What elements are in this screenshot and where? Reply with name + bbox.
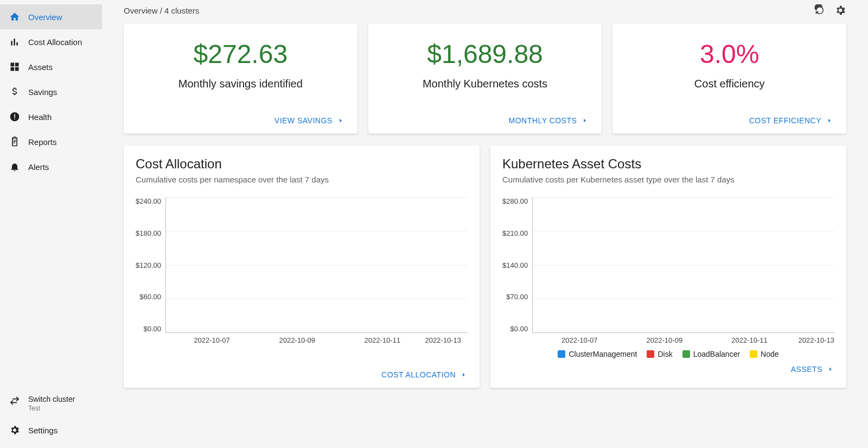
sidebar-item-label: Settings [28,426,58,435]
y-tick: $180.00 [136,229,161,237]
chevron-right-icon [581,117,589,124]
svg-rect-1 [14,39,15,46]
main-content: Overview / 4 clusters $272.63 Monthly sa… [102,0,868,448]
metric-value: $272.63 [137,39,344,69]
sidebar-item-label: Reports [28,137,57,147]
chart-asset-costs: $280.00$210.00$140.00$70.00$0.00 2022-10… [502,197,834,358]
svg-rect-2 [16,42,18,46]
metric-card-savings: $272.63 Monthly savings identified VIEW … [124,24,358,134]
sidebar-item-reports[interactable]: Reports [0,129,102,154]
legend-label: Node [761,350,778,358]
sidebar-item-overview[interactable]: Overview [0,4,102,29]
svg-rect-6 [14,140,16,141]
card-link-label: COST EFFICIENCY [749,116,821,125]
legend-label: ClusterManagement [569,350,637,358]
metric-card-cost-efficiency: 3.0% Cost efficiency COST EFFICIENCY [612,24,846,134]
x-tick: 2022-10-11 [340,336,425,344]
refresh-icon[interactable] [814,4,826,16]
card-link-label: ASSETS [791,365,822,374]
chart-bars [533,197,834,332]
sidebar: Overview Cost Allocation Assets Savings [0,0,102,448]
panel-asset-costs: Kubernetes Asset Costs Cumulative costs … [490,146,846,388]
legend-item: Disk [647,350,672,358]
legend-item: Node [750,350,778,358]
gear-icon [9,424,21,436]
panel-title: Kubernetes Asset Costs [502,156,834,172]
sidebar-item-label: Cost Allocation [28,37,82,47]
chart-x-axis: 2022-10-072022-10-092022-10-112022-10-13 [537,336,834,344]
sidebar-item-label: Savings [28,87,57,97]
y-tick: $240.00 [136,197,161,205]
panel-subtitle: Cumulative costs per Kubernetes asset ty… [502,175,834,184]
x-tick: 2022-10-11 [707,336,792,344]
legend-swatch [682,350,690,358]
gear-icon[interactable] [834,4,846,16]
sidebar-item-label: Alerts [28,162,49,172]
sidebar-switch-text: Switch cluster Test [28,395,75,412]
y-tick: $210.00 [502,229,528,237]
view-savings-link[interactable]: VIEW SAVINGS [137,110,344,125]
y-tick: $140.00 [502,261,528,269]
legend-label: Disk [658,350,672,358]
chart-plot [532,197,834,333]
x-tick: 2022-10-13 [792,336,834,344]
sidebar-item-label: Overview [28,12,62,22]
metric-card-kubernetes-costs: $1,689.88 Monthly Kubernetes costs MONTH… [368,24,602,134]
x-tick: 2022-10-13 [425,336,468,344]
sidebar-item-savings[interactable]: Savings [0,79,102,104]
legend-item: LoadBalancer [682,350,740,358]
clipboard-icon [9,136,21,148]
metric-value: $1,689.88 [381,39,589,69]
legend-swatch [750,350,757,358]
svg-rect-8 [14,143,15,143]
chart-y-axis: $240.00$180.00$120.00$60.00$0.00 [136,197,165,333]
x-tick: 2022-10-07 [537,336,622,344]
sidebar-item-health[interactable]: Health [0,104,102,129]
chevron-right-icon [826,117,833,124]
svg-rect-4 [14,114,15,118]
sidebar-switch-cluster[interactable]: Switch cluster Test [0,389,102,418]
x-tick: 2022-10-09 [254,336,340,344]
monthly-costs-link[interactable]: MONTHLY COSTS [381,110,589,125]
legend-swatch [647,350,654,358]
metric-label: Cost efficiency [626,78,833,90]
chart-bars [166,197,468,332]
svg-rect-5 [14,118,15,119]
panel-cost-allocation: Cost Allocation Cumulative costs per nam… [124,146,480,388]
sidebar-item-settings[interactable]: Settings [0,418,102,443]
swap-icon [9,395,21,407]
boxes-icon [9,61,21,73]
cost-allocation-link[interactable]: COST ALLOCATION [136,364,468,379]
metric-label: Monthly Kubernetes costs [381,78,589,90]
panel-subtitle: Cumulative costs per namespace over the … [136,175,468,184]
metric-value: 3.0% [626,39,833,69]
switch-cluster-sub: Test [28,405,75,412]
sidebar-item-assets[interactable]: Assets [0,54,102,79]
alert-circle-icon [9,111,21,123]
sidebar-item-alerts[interactable]: Alerts [0,154,102,179]
chevron-right-icon [827,365,834,373]
svg-rect-0 [11,41,12,45]
panel-title: Cost Allocation [136,156,468,172]
x-tick: 2022-10-09 [622,336,707,344]
x-tick: 2022-10-07 [169,336,254,344]
card-link-label: COST ALLOCATION [381,370,456,379]
legend-label: LoadBalancer [693,350,740,358]
metric-label: Monthly savings identified [137,78,344,90]
y-tick: $70.00 [502,293,528,301]
cost-efficiency-link[interactable]: COST EFFICIENCY [626,110,833,125]
sidebar-footer: Switch cluster Test Settings [0,389,102,448]
sidebar-item-cost-allocation[interactable]: Cost Allocation [0,29,102,54]
bar-chart-icon [9,36,21,48]
chart-panels-row: Cost Allocation Cumulative costs per nam… [124,146,846,388]
home-icon [9,11,21,23]
y-tick: $60.00 [136,293,161,301]
sidebar-item-label: Health [28,112,52,122]
breadcrumb: Overview / 4 clusters [124,6,199,15]
breadcrumb-row: Overview / 4 clusters [124,0,846,24]
y-tick: $0.00 [502,325,528,333]
assets-link[interactable]: ASSETS [502,358,834,374]
chart-y-axis: $280.00$210.00$140.00$70.00$0.00 [502,197,532,333]
dollar-icon [9,86,21,98]
chart-cost-allocation: $240.00$180.00$120.00$60.00$0.00 2022-10… [136,197,468,344]
